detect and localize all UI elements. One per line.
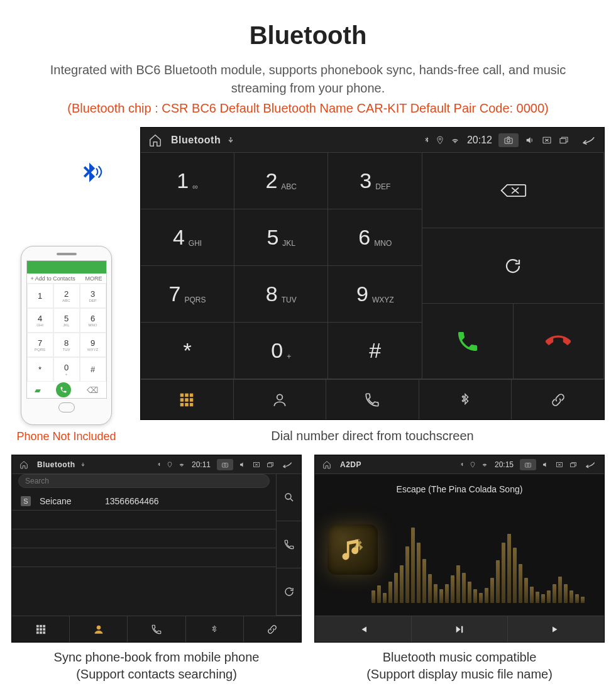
visualizer-bar <box>400 565 404 603</box>
contact-number: 13566664466 <box>105 496 159 506</box>
tab-pair[interactable] <box>512 380 604 419</box>
statusbar-time: 20:12 <box>467 135 492 146</box>
prev-button[interactable] <box>315 616 412 642</box>
bluetooth-icon <box>459 461 465 468</box>
contact-row-empty <box>12 511 276 529</box>
recents-button[interactable] <box>558 135 570 145</box>
statusbar: Bluetooth 20:12 <box>141 128 604 153</box>
close-button[interactable] <box>541 135 553 145</box>
visualizer-bar <box>428 574 432 603</box>
visualizer-bar <box>496 560 500 603</box>
album-art-icon <box>327 524 378 575</box>
mock-key-#: # <box>80 357 106 382</box>
backspace-button[interactable] <box>422 153 604 228</box>
dialer-caption: Dial number direct from touchscreen <box>140 429 605 443</box>
statusbar-title: Bluetooth <box>37 460 75 469</box>
mock-key-4: 4GHI <box>27 308 53 333</box>
call-button[interactable] <box>422 304 513 379</box>
music-caption: Bluetooth music compatible (Support disp… <box>314 649 605 683</box>
bluetooth-signal-icon <box>75 160 103 191</box>
svg-rect-34 <box>461 626 463 633</box>
visualizer-bar <box>513 548 517 603</box>
close-button[interactable] <box>555 461 564 468</box>
svg-rect-23 <box>36 628 38 630</box>
mock-key-1: 1 <box>27 284 53 308</box>
visualizer-bar <box>417 543 421 603</box>
svg-rect-24 <box>40 628 41 630</box>
dialer-panel: Bluetooth 20:12 1∞2ABC3DEF4GHI5JKL6MNO7P… <box>140 127 605 420</box>
key-*[interactable]: * <box>141 323 234 379</box>
svg-point-31 <box>527 463 529 466</box>
close-button[interactable] <box>252 461 261 468</box>
statusbar-time: 20:15 <box>495 460 514 469</box>
mock-key-8: 8TUV <box>53 333 80 357</box>
visualizer-bar <box>558 577 562 603</box>
visualizer-bar <box>564 584 568 603</box>
tab-bluetooth[interactable] <box>419 380 512 419</box>
home-icon[interactable] <box>148 133 162 147</box>
key-8[interactable]: 8TUV <box>234 266 328 323</box>
hangup-button[interactable] <box>514 304 604 379</box>
tab-contacts[interactable] <box>70 616 128 642</box>
back-button[interactable] <box>583 461 597 468</box>
visualizer-bar <box>462 573 466 603</box>
tab-calllog[interactable] <box>128 616 185 642</box>
svg-rect-27 <box>40 631 41 633</box>
tab-keypad[interactable] <box>12 616 70 642</box>
screenshot-button[interactable] <box>217 459 233 470</box>
redial-button[interactable] <box>422 228 604 304</box>
visualizer-bar <box>473 589 477 603</box>
contact-badge: S <box>21 496 31 506</box>
gps-icon <box>470 461 476 468</box>
key-9[interactable]: 9WXYZ <box>328 266 422 323</box>
phone-caption: Phone Not Included <box>16 430 116 443</box>
key-5[interactable]: 5JKL <box>234 209 328 266</box>
recents-button[interactable] <box>266 461 275 468</box>
dial-icon[interactable] <box>277 521 301 568</box>
mock-key-5: 5JKL <box>53 308 80 333</box>
tab-contacts[interactable] <box>234 380 327 419</box>
visualizer-bar <box>581 597 585 603</box>
bluetooth-icon <box>157 461 162 468</box>
sync-icon[interactable] <box>277 568 301 616</box>
visualizer-bar <box>530 587 534 603</box>
visualizer-bar <box>456 565 460 603</box>
contact-row[interactable]: S Seicane 13566664466 <box>12 492 276 511</box>
volume-button[interactable] <box>238 461 247 468</box>
back-button[interactable] <box>579 135 597 145</box>
visualizer-bar <box>547 590 551 603</box>
key-7[interactable]: 7PQRS <box>141 266 234 323</box>
visualizer-bar <box>377 585 381 603</box>
back-button[interactable] <box>280 461 294 468</box>
search-icon[interactable] <box>277 474 301 521</box>
visualizer-bar <box>502 543 505 603</box>
key-6[interactable]: 6MNO <box>328 209 422 266</box>
volume-button[interactable] <box>541 461 550 468</box>
tab-calllog[interactable] <box>326 380 419 419</box>
wifi-icon <box>178 462 185 468</box>
visualizer-bar <box>394 573 398 603</box>
recents-button[interactable] <box>569 461 578 468</box>
statusbar-title: A2DP <box>340 460 361 469</box>
home-icon[interactable] <box>322 460 331 469</box>
svg-rect-6 <box>185 394 188 396</box>
volume-button[interactable] <box>524 135 536 145</box>
next-button[interactable] <box>508 616 604 642</box>
contact-name: Seicane <box>40 496 96 506</box>
tab-keypad[interactable] <box>141 380 234 419</box>
tab-bluetooth[interactable] <box>186 616 244 642</box>
key-0[interactable]: 0+ <box>234 323 328 379</box>
screenshot-button[interactable] <box>498 133 519 147</box>
svg-point-14 <box>277 394 283 400</box>
playpause-button[interactable] <box>412 616 509 642</box>
tab-pair[interactable] <box>244 616 301 642</box>
home-icon[interactable] <box>19 460 28 469</box>
search-input[interactable] <box>18 474 270 488</box>
phonebook-panel: Bluetooth 20:11 S <box>11 455 302 643</box>
key-4[interactable]: 4GHI <box>141 209 234 266</box>
screenshot-button[interactable] <box>520 459 536 470</box>
key-2[interactable]: 2ABC <box>234 153 328 209</box>
key-1[interactable]: 1∞ <box>141 153 234 209</box>
key-3[interactable]: 3DEF <box>328 153 422 209</box>
key-#[interactable]: # <box>328 323 422 379</box>
